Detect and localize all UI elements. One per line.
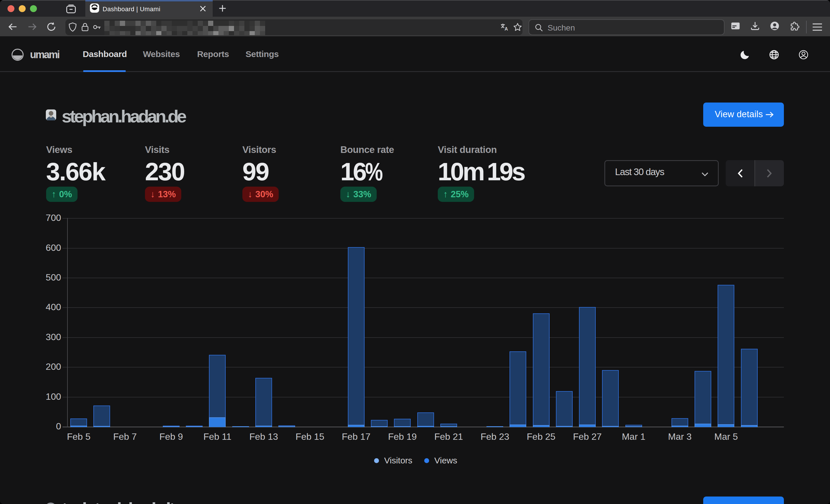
- svg-text:A: A: [505, 26, 508, 31]
